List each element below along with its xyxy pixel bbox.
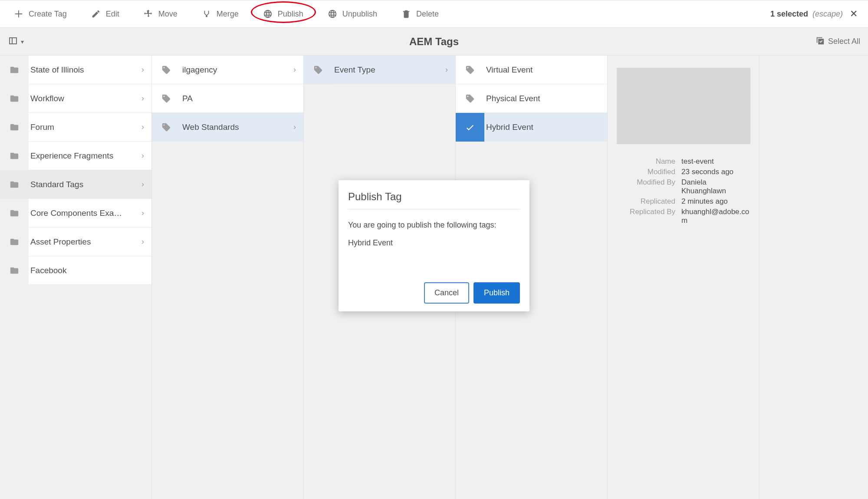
sidebar-item[interactable]: Facebook (0, 256, 151, 285)
select-all-icon (815, 36, 825, 47)
view-switcher[interactable]: ▾ (8, 36, 24, 48)
merge-button[interactable]: Merge (196, 6, 245, 22)
tag-icon (152, 113, 181, 142)
meta-label: Name (616, 157, 681, 166)
sidebar-item[interactable]: Asset Properties› (0, 228, 151, 256)
chevron-right-icon: › (286, 65, 303, 74)
tag-icon (456, 84, 484, 113)
chevron-right-icon: › (134, 208, 151, 218)
globe-off-icon (328, 9, 337, 19)
select-all-label: Select All (828, 37, 860, 46)
item-label: Standard Tags (29, 180, 134, 189)
chevron-right-icon: › (134, 94, 151, 103)
meta-row: Replicated2 minutes ago (616, 197, 750, 206)
chevron-right-icon: › (134, 122, 151, 132)
item-label: Event Type (332, 65, 438, 75)
chevron-right-icon: › (286, 122, 303, 132)
merge-label: Merge (217, 10, 239, 19)
delete-button[interactable]: Delete (395, 6, 445, 22)
column-item[interactable]: ilgagency› (152, 56, 303, 84)
dialog-publish-button[interactable]: Publish (473, 282, 520, 304)
meta-value: khuanghl@adobe.com (681, 208, 750, 225)
item-label: Physical Event (484, 94, 607, 103)
column-item[interactable]: Virtual Event (456, 56, 607, 84)
globe-icon (263, 9, 273, 19)
dialog-divider (348, 209, 520, 209)
item-label: State of Illinois (29, 65, 134, 75)
dialog-message: You are going to publish the following t… (348, 221, 520, 230)
meta-label: Replicated (616, 197, 681, 206)
select-all-button[interactable]: Select All (815, 36, 860, 47)
sidebar-item[interactable]: Experience Fragments› (0, 142, 151, 170)
folder-icon (0, 228, 29, 256)
folder-icon (0, 142, 29, 170)
meta-label: Replicated By (616, 208, 681, 225)
column-item[interactable]: PA (152, 84, 303, 113)
move-label: Move (158, 10, 178, 19)
folder-icon (0, 199, 29, 228)
item-label: PA (181, 94, 303, 103)
dialog-title: Publish Tag (348, 191, 520, 203)
folder-icon (0, 113, 29, 142)
item-label: Experience Fragments (29, 151, 134, 161)
column-item[interactable]: Physical Event (456, 84, 607, 113)
sidebar-item[interactable]: State of Illinois› (0, 56, 151, 84)
create-tag-button[interactable]: Create Tag (8, 6, 73, 22)
chevron-right-icon: › (134, 237, 151, 246)
publish-dialog: Publish Tag You are going to publish the… (339, 180, 529, 311)
unpublish-label: Unpublish (342, 10, 377, 19)
dialog-cancel-button[interactable]: Cancel (424, 282, 469, 304)
page-title: AEM Tags (0, 36, 868, 48)
column-0: State of Illinois›Workflow›Forum›Experie… (0, 56, 152, 499)
selection-info: 1 selected (escape) ✕ (770, 7, 860, 21)
sidebar-item[interactable]: Workflow› (0, 84, 151, 113)
selection-count: 1 selected (770, 10, 808, 19)
folder-icon (0, 256, 29, 285)
tag-icon (456, 56, 484, 84)
tag-icon (152, 84, 181, 113)
detail-column: Nametest-eventModified23 seconds agoModi… (608, 56, 760, 499)
column-item[interactable]: Hybrid Event (456, 113, 607, 142)
meta-row: Replicated Bykhuanghl@adobe.com (616, 208, 750, 225)
trash-icon (401, 9, 411, 19)
move-button[interactable]: Move (138, 6, 184, 22)
merge-icon (202, 9, 211, 19)
plus-icon (14, 9, 23, 19)
dialog-tag-name: Hybrid Event (348, 238, 520, 248)
pencil-icon (91, 9, 101, 19)
meta-value: test-event (681, 157, 750, 166)
move-icon (144, 9, 153, 19)
action-toolbar: Create Tag Edit Move Merge Publish Unpub… (0, 0, 868, 28)
unpublish-button[interactable]: Unpublish (322, 6, 383, 22)
tag-icon (152, 56, 181, 84)
meta-row: Modified ByDaniela Khuanghlawn (616, 178, 750, 195)
column-item[interactable]: Event Type› (304, 56, 455, 84)
sidebar-item[interactable]: Forum› (0, 113, 151, 142)
item-label: ilgagency (181, 65, 286, 75)
meta-row: Modified23 seconds ago (616, 168, 750, 176)
item-label: Forum (29, 122, 134, 132)
check-icon (456, 113, 484, 142)
close-selection-button[interactable]: ✕ (847, 7, 860, 21)
folder-icon (0, 170, 29, 199)
edit-label: Edit (106, 10, 119, 19)
publish-label: Publish (278, 10, 303, 19)
meta-label: Modified (616, 168, 681, 176)
meta-value: 23 seconds ago (681, 168, 750, 176)
chevron-down-icon: ▾ (21, 38, 24, 45)
edit-button[interactable]: Edit (85, 6, 125, 22)
meta-value: 2 minutes ago (681, 197, 750, 206)
item-label: Asset Properties (29, 237, 134, 247)
tag-icon (304, 56, 332, 84)
item-label: Hybrid Event (484, 122, 607, 132)
sidebar-item[interactable]: Standard Tags› (0, 170, 151, 199)
publish-button[interactable]: Publish (257, 6, 309, 22)
folder-icon (0, 84, 29, 113)
item-label: Facebook (29, 266, 151, 275)
sidebar-item[interactable]: Core Components Exa…› (0, 199, 151, 228)
item-label: Workflow (29, 94, 134, 103)
item-label: Core Components Exa… (29, 208, 134, 218)
dialog-actions: Cancel Publish (348, 282, 520, 304)
column-item[interactable]: Web Standards› (152, 113, 303, 142)
meta-row: Nametest-event (616, 157, 750, 166)
